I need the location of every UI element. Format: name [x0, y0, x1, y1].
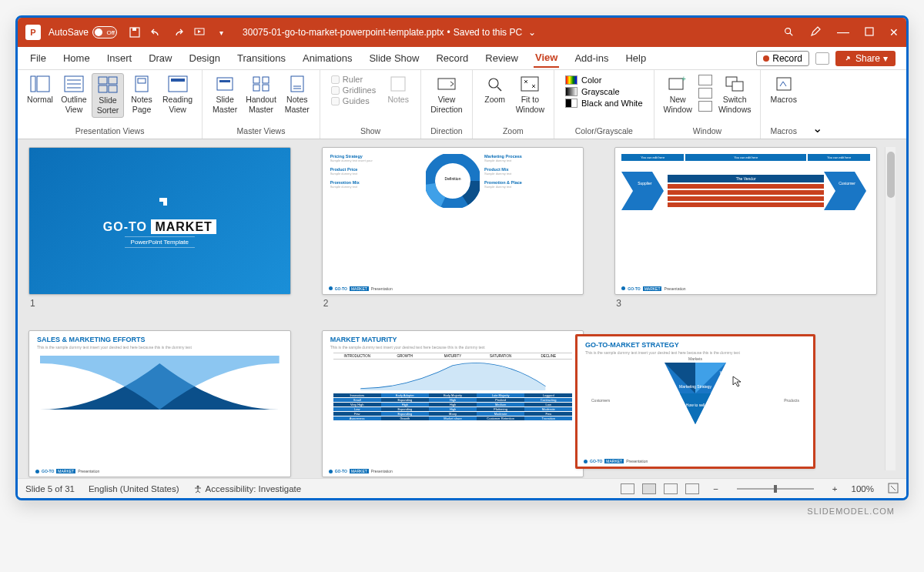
qat-dropdown-icon[interactable]: ▾ — [215, 26, 227, 38]
new-window-button[interactable]: +New Window — [661, 73, 695, 116]
normal-view-button[interactable]: Normal — [24, 73, 56, 118]
svg-rect-12 — [99, 77, 107, 84]
notes-master-button[interactable]: Notes Master — [281, 73, 313, 116]
tab-view[interactable]: View — [534, 49, 559, 68]
gridlines-checkbox[interactable]: Gridlines — [331, 85, 376, 95]
zoom-level[interactable]: 100% — [852, 484, 874, 493]
status-bar: Slide 5 of 31 English (United States) Ac… — [18, 478, 906, 498]
tab-design[interactable]: Design — [188, 49, 222, 67]
view-mode-icons — [621, 483, 699, 494]
tab-help[interactable]: Help — [624, 49, 648, 67]
svg-line-32 — [497, 87, 501, 91]
maximize-button[interactable] — [865, 27, 874, 38]
powerpoint-icon: P — [25, 25, 41, 40]
reading-view-icon[interactable] — [664, 483, 678, 494]
tab-home[interactable]: Home — [62, 49, 92, 67]
ruler-checkbox[interactable]: Ruler — [331, 75, 376, 84]
slide-sorter-area: GO-TO MARKET PowerPoint Template 1 Prici… — [18, 139, 906, 478]
group-show: Ruler Gridlines Guides Notes Show — [320, 70, 421, 139]
slide-thumb-5[interactable]: GO-TO-MARKET STRATEGY This is the sample… — [575, 334, 815, 470]
slide-sorter-view-icon[interactable] — [642, 483, 656, 494]
slide-thumb-2[interactable]: Pricing StrategySample dummy text insert… — [322, 147, 584, 309]
tab-review[interactable]: Review — [484, 49, 520, 67]
language-status[interactable]: English (United States) — [89, 484, 179, 493]
tab-transitions[interactable]: Transitions — [236, 49, 287, 67]
outline-view-button[interactable]: Outline View — [58, 73, 90, 118]
slide-thumb-6[interactable]: MARKET MATURITY This is the sample dummy… — [322, 330, 584, 478]
accessibility-status[interactable]: Accessibility: Investigate — [193, 484, 302, 493]
handout-master-button[interactable]: Handout Master — [243, 73, 280, 116]
macros-button[interactable]: Macros — [767, 73, 799, 107]
title-bar: P AutoSave Off ▾ 30075-01-go-to-market-p… — [18, 18, 906, 47]
grayscale-option[interactable]: Grayscale — [562, 86, 645, 97]
switch-windows-button[interactable]: Switch Windows — [715, 73, 755, 116]
tab-file[interactable]: File — [28, 49, 48, 67]
svg-rect-22 — [253, 77, 259, 83]
document-title[interactable]: 30075-01-go-to-market-powerpoint-templat… — [243, 27, 536, 38]
guides-checkbox[interactable]: Guides — [331, 96, 376, 105]
slide-master-button[interactable]: Slide Master — [209, 73, 241, 116]
tab-addins[interactable]: Add-ins — [573, 49, 610, 67]
tab-insert[interactable]: Insert — [105, 49, 134, 67]
view-direction-button[interactable]: View Direction — [427, 73, 465, 116]
notes-page-button[interactable]: Notes Page — [126, 73, 158, 118]
redo-icon[interactable] — [172, 26, 184, 38]
tab-slideshow[interactable]: Slide Show — [367, 49, 420, 67]
svg-rect-19 — [171, 79, 185, 82]
zoom-out-button[interactable]: − — [713, 484, 718, 493]
comments-icon[interactable] — [815, 52, 829, 65]
ribbon-view: Normal Outline View Slide Sorter Notes P… — [18, 70, 906, 139]
svg-rect-23 — [263, 77, 269, 83]
move-split-icon[interactable] — [698, 101, 712, 112]
collapse-ribbon-icon[interactable]: ⌄ — [806, 70, 829, 139]
close-button[interactable]: ✕ — [889, 26, 899, 38]
record-button[interactable]: Record — [756, 51, 809, 66]
vertical-scrollbar[interactable] — [885, 147, 896, 470]
svg-rect-33 — [521, 77, 538, 91]
slide-thumb-3[interactable]: You can edit here You can edit here You … — [614, 147, 877, 309]
color-option[interactable]: Color — [562, 75, 645, 85]
cascade-icon[interactable] — [698, 88, 712, 99]
svg-point-31 — [489, 79, 498, 88]
undo-icon[interactable] — [150, 26, 162, 38]
toggle-switch[interactable]: Off — [92, 26, 117, 38]
chevron-down-icon[interactable]: ⌄ — [528, 27, 536, 38]
group-direction: View Direction Direction — [421, 70, 472, 139]
search-icon[interactable] — [783, 26, 794, 39]
slide-sorter-button[interactable]: Slide Sorter — [92, 73, 124, 118]
slide-count[interactable]: Slide 5 of 31 — [25, 484, 75, 493]
svg-rect-21 — [219, 80, 230, 82]
fit-to-window-button[interactable]: Fit to Window — [513, 73, 547, 116]
svg-rect-37 — [732, 82, 743, 91]
show-checklist: Ruler Gridlines Guides — [326, 73, 380, 107]
pen-icon[interactable] — [809, 25, 822, 40]
save-icon[interactable] — [129, 26, 141, 38]
tab-animations[interactable]: Animations — [301, 49, 353, 67]
svg-rect-38 — [777, 78, 791, 90]
group-zoom: Zoom Fit to Window Zoom — [473, 70, 554, 139]
fit-to-window-icon[interactable] — [888, 483, 899, 495]
start-slideshow-icon[interactable] — [193, 26, 206, 38]
zoom-in-button[interactable]: + — [832, 484, 838, 493]
app-window: P AutoSave Off ▾ 30075-01-go-to-market-p… — [15, 15, 909, 500]
svg-rect-5 — [865, 28, 873, 35]
bw-option[interactable]: Black and White — [562, 98, 645, 109]
normal-view-icon[interactable] — [621, 483, 634, 494]
minimize-button[interactable]: — — [837, 25, 849, 39]
zoom-button[interactable]: Zoom — [479, 73, 511, 116]
svg-point-42 — [442, 170, 464, 192]
arrange-all-icon[interactable] — [698, 75, 712, 85]
share-button[interactable]: Share ▾ — [835, 51, 896, 66]
slide-thumb-4[interactable]: SALES & MARKETING EFFORTS This is the sa… — [28, 330, 291, 478]
notes-button[interactable]: Notes — [382, 73, 414, 107]
tab-record[interactable]: Record — [434, 49, 470, 67]
reading-view-button[interactable]: Reading View — [159, 73, 196, 118]
svg-rect-30 — [438, 79, 455, 89]
slideshow-view-icon[interactable] — [685, 483, 699, 494]
zoom-slider[interactable] — [737, 488, 814, 490]
tab-draw[interactable]: Draw — [147, 49, 173, 67]
svg-rect-17 — [138, 79, 146, 83]
autosave-toggle[interactable]: AutoSave Off — [49, 26, 117, 38]
slide-thumb-1[interactable]: GO-TO MARKET PowerPoint Template 1 — [28, 147, 291, 309]
group-color-grayscale: Color Grayscale Black and White Color/Gr… — [554, 70, 654, 139]
